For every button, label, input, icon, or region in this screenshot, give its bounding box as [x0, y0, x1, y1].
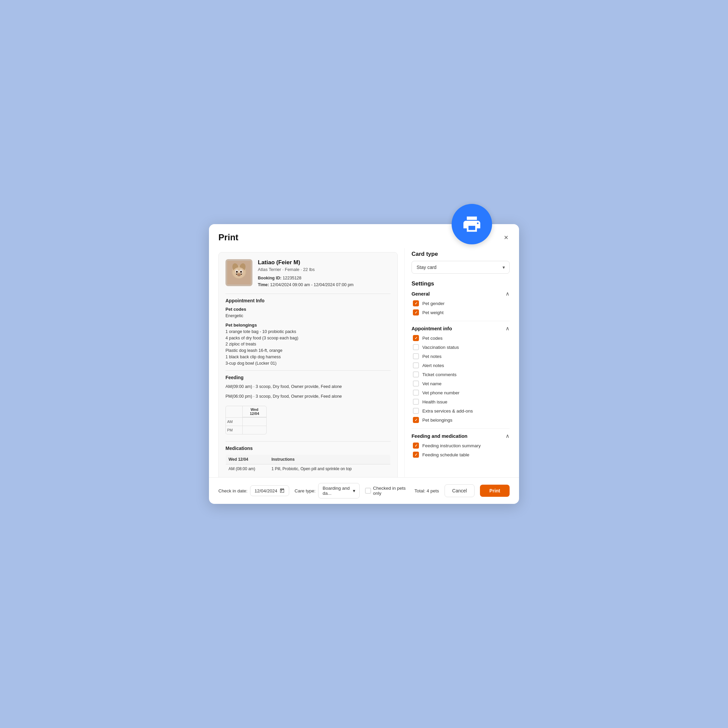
- svg-point-7: [236, 271, 238, 273]
- schedule-date-header: Wed12/04: [243, 406, 266, 417]
- preview-panel: Latiao (Feier M) Atlas Terrier · Female …: [209, 248, 404, 477]
- card-type-dropdown-wrapper: Stay card Day card Grooming card ▾: [411, 261, 509, 274]
- pet-notes-checkbox[interactable]: [413, 353, 419, 359]
- settings-group-feeding: Feeding and medication ∧ Feeding instruc…: [411, 433, 509, 458]
- vet-name-checkbox[interactable]: [413, 381, 419, 387]
- feeding-group-header[interactable]: Feeding and medication ∧: [411, 433, 509, 439]
- med-row-1: AM (08:00 am) 1 Pill, Probiotic, Open pi…: [226, 464, 391, 473]
- card-type-section: Card type Stay card Day card Grooming ca…: [411, 251, 509, 274]
- print-button[interactable]: Print: [480, 485, 509, 497]
- checkbox-pet-gender: Pet gender: [411, 300, 509, 306]
- extra-services-checkbox[interactable]: [413, 408, 419, 414]
- total-field: Total: 4 pets: [414, 488, 439, 493]
- checkin-date-label: Check in date:: [219, 488, 248, 493]
- health-issue-checkbox[interactable]: [413, 399, 419, 405]
- calendar-icon: [279, 488, 285, 493]
- settings-heading: Settings: [411, 280, 509, 287]
- feeding-summary-label: Feeding instruction summary: [422, 443, 480, 448]
- feeding-schedule-table: Wed12/04 AM PM: [225, 406, 267, 434]
- checkbox-extra-services: Extra services & add-ons: [411, 408, 509, 414]
- alert-notes-label: Alert notes: [422, 363, 444, 368]
- pet-gender-label: Pet gender: [422, 301, 445, 306]
- checkin-date-field: Check in date: 12/04/2024: [219, 485, 289, 496]
- care-type-field: Care type: Boarding and da... ▾: [295, 483, 359, 499]
- settings-group-appointment: Appointment info ∧ Pet codes Vaccination…: [411, 325, 509, 423]
- feeding-schedule-checkbox[interactable]: [413, 452, 419, 458]
- settings-panel: Card type Stay card Day card Grooming ca…: [404, 248, 519, 477]
- schedule-am-cell: [243, 418, 266, 426]
- booking-id: 12235128: [283, 276, 302, 280]
- general-toggle-arrow: ∧: [506, 291, 509, 297]
- checkbox-feeding-summary: Feeding instruction summary: [411, 442, 509, 449]
- feeding-schedule-label: Feeding schedule table: [422, 452, 470, 457]
- care-type-select[interactable]: Boarding and da... ▾: [318, 483, 359, 499]
- medications-table: Wed 12/04 Instructions AM (08:00 am) 1 P…: [225, 454, 391, 474]
- vet-name-label: Vet name: [422, 381, 442, 386]
- card-type-select[interactable]: Stay card Day card Grooming card: [411, 261, 509, 274]
- print-dialog: Print ×: [209, 224, 519, 504]
- dialog-body: Latiao (Feier M) Atlas Terrier · Female …: [209, 248, 519, 477]
- svg-point-11: [236, 274, 237, 275]
- general-group-header[interactable]: General ∧: [411, 291, 509, 297]
- care-type-label: Care type:: [295, 488, 315, 493]
- checkin-date-input[interactable]: 12/04/2024: [250, 485, 289, 496]
- pet-gender-checkbox[interactable]: [413, 300, 419, 306]
- feeding-title: Feeding: [225, 375, 391, 380]
- pet-photo: [225, 259, 252, 286]
- pet-weight-checkbox[interactable]: [413, 309, 419, 315]
- time-label: Time:: [258, 283, 269, 287]
- checkbox-vet-phone: Vet phone number: [411, 390, 509, 396]
- feeding-group-label: Feeding and medication: [411, 433, 468, 439]
- schedule-am-row: AM: [226, 417, 266, 426]
- vet-phone-checkbox[interactable]: [413, 390, 419, 396]
- med-row-1-time: AM (08:00 am): [226, 464, 269, 473]
- checkbox-vet-name: Vet name: [411, 381, 509, 387]
- feeding-summary-checkbox[interactable]: [413, 442, 419, 449]
- pet-name: Latiao (Feier M): [258, 259, 353, 266]
- checkin-date-value: 12/04/2024: [254, 488, 277, 493]
- pet-belongings-label: Pet belongings: [225, 323, 391, 327]
- vaccination-status-checkbox[interactable]: [413, 344, 419, 350]
- alert-notes-checkbox[interactable]: [413, 362, 419, 369]
- settings-group-general: General ∧ Pet gender Pet weight: [411, 291, 509, 315]
- pet-codes-checkbox[interactable]: [413, 335, 419, 341]
- care-type-arrow: ▾: [353, 488, 355, 493]
- card-preview: Latiao (Feier M) Atlas Terrier · Female …: [219, 252, 398, 477]
- booking-time: 12/04/2024 09:00 am - 12/04/2024 07:00 p…: [270, 283, 353, 287]
- care-type-value: Boarding and da...: [323, 486, 350, 496]
- belonging-2: 4 packs of dry food (3 scoop each bag): [225, 335, 391, 341]
- checkbox-pet-codes: Pet codes: [411, 335, 509, 341]
- pet-belongings-checkbox[interactable]: [413, 417, 419, 423]
- checkbox-ticket-comments: Ticket comments: [411, 372, 509, 378]
- belonging-5: 1 black back clip dog harness: [225, 354, 391, 360]
- med-row-1-extra: [383, 464, 390, 473]
- general-group-label: General: [411, 291, 430, 297]
- appointment-group-header[interactable]: Appointment info ∧: [411, 325, 509, 332]
- svg-point-12: [241, 274, 242, 275]
- svg-point-8: [240, 271, 242, 273]
- feeding-am: AM(09:00 am) · 3 scoop, Dry food, Owner …: [225, 384, 391, 390]
- divider-2: [225, 370, 391, 371]
- schedule-pm-cell: [243, 426, 266, 434]
- pet-header: Latiao (Feier M) Atlas Terrier · Female …: [225, 259, 391, 288]
- med-col-date: Wed 12/04: [226, 454, 269, 464]
- divider-3: [225, 441, 391, 442]
- total-value: 4 pets: [427, 488, 439, 493]
- appointment-toggle-arrow: ∧: [506, 325, 509, 332]
- belonging-3: 2 ziploc of treats: [225, 341, 391, 347]
- ticket-comments-label: Ticket comments: [422, 372, 457, 377]
- pet-notes-label: Pet notes: [422, 354, 442, 359]
- pet-breed: Atlas Terrier · Female · 22 lbs: [258, 267, 353, 272]
- checked-in-only-checkbox[interactable]: [365, 488, 371, 494]
- checkbox-alert-notes: Alert notes: [411, 362, 509, 369]
- belonging-4: Plastic dog leash 16-ft, orange: [225, 347, 391, 354]
- checkbox-vaccination-status: Vaccination status: [411, 344, 509, 350]
- checkbox-feeding-schedule: Feeding schedule table: [411, 452, 509, 458]
- cancel-button[interactable]: Cancel: [445, 484, 475, 497]
- appointment-group-label: Appointment info: [411, 326, 452, 331]
- pet-info: Latiao (Feier M) Atlas Terrier · Female …: [258, 259, 353, 288]
- booking-id-label: Booking ID:: [258, 276, 281, 280]
- ticket-comments-checkbox[interactable]: [413, 372, 419, 378]
- close-button[interactable]: ×: [503, 232, 509, 243]
- checkbox-pet-notes: Pet notes: [411, 353, 509, 359]
